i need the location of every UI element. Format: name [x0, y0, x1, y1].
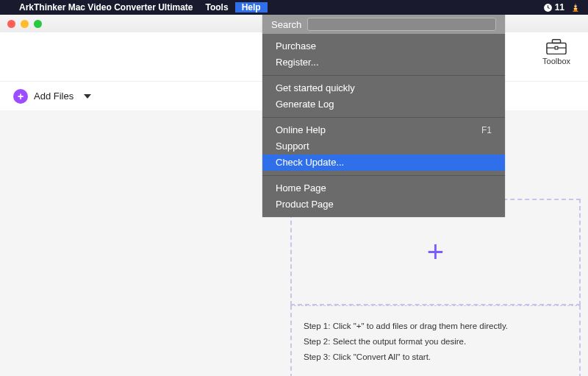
svg-rect-7 — [555, 46, 558, 49]
help-search-input[interactable] — [307, 18, 496, 31]
help-item-support[interactable]: Support — [262, 138, 505, 155]
step-2: Step 2: Select the output format you des… — [304, 337, 567, 346]
mac-menubar: ArkThinker Mac Video Converter Ultimate … — [0, 0, 588, 15]
svg-rect-2 — [574, 6, 577, 7]
menubar-status-number: 11 — [555, 2, 564, 13]
help-item-check-update[interactable]: Check Update... — [262, 155, 505, 171]
dropzone-plus-icon: + — [427, 235, 444, 269]
toolbox-button[interactable]: Toolbox — [542, 38, 570, 65]
svg-rect-5 — [552, 40, 560, 43]
help-item-get-started[interactable]: Get started quickly — [262, 80, 505, 96]
help-item-online-help[interactable]: Online HelpF1 — [262, 122, 505, 138]
step-3: Step 3: Click "Convert All" to start. — [304, 352, 567, 361]
menubar-item-help[interactable]: Help — [235, 2, 268, 13]
window-close-button[interactable] — [7, 20, 15, 28]
dropzone-area: + Step 1: Click "+" to add files or drag… — [290, 199, 581, 369]
menubar-status-icon[interactable]: 11 — [543, 2, 564, 13]
add-files-label[interactable]: Add Files — [34, 91, 74, 102]
window-minimize-button[interactable] — [21, 20, 29, 28]
help-dropdown: Search Purchase Register... Get started … — [262, 15, 505, 217]
toolbox-icon — [546, 38, 567, 54]
menubar-app-name[interactable]: ArkThinker Mac Video Converter Ultimate — [13, 2, 199, 13]
svg-rect-1 — [573, 11, 578, 12]
menubar-item-tools[interactable]: Tools — [199, 2, 235, 13]
instruction-steps: Step 1: Click "+" to add files or drag t… — [290, 305, 581, 376]
help-search-row: Search — [262, 15, 505, 34]
vlc-icon[interactable] — [570, 2, 581, 13]
help-item-purchase[interactable]: Purchase — [262, 38, 505, 54]
window-maximize-button[interactable] — [34, 20, 42, 28]
add-files-plus-icon[interactable]: + — [13, 89, 28, 104]
step-1: Step 1: Click "+" to add files or drag t… — [304, 322, 567, 330]
menubar-right: 11 — [543, 2, 588, 13]
help-search-label: Search — [271, 19, 301, 30]
svg-rect-3 — [574, 8, 578, 9]
help-item-product-page[interactable]: Product Page — [262, 196, 505, 213]
add-files-dropdown-caret-icon[interactable] — [84, 94, 91, 99]
help-item-generate-log[interactable]: Generate Log — [262, 96, 505, 113]
help-item-register[interactable]: Register... — [262, 54, 505, 71]
help-item-home-page[interactable]: Home Page — [262, 180, 505, 196]
toolbox-label: Toolbox — [542, 57, 570, 65]
